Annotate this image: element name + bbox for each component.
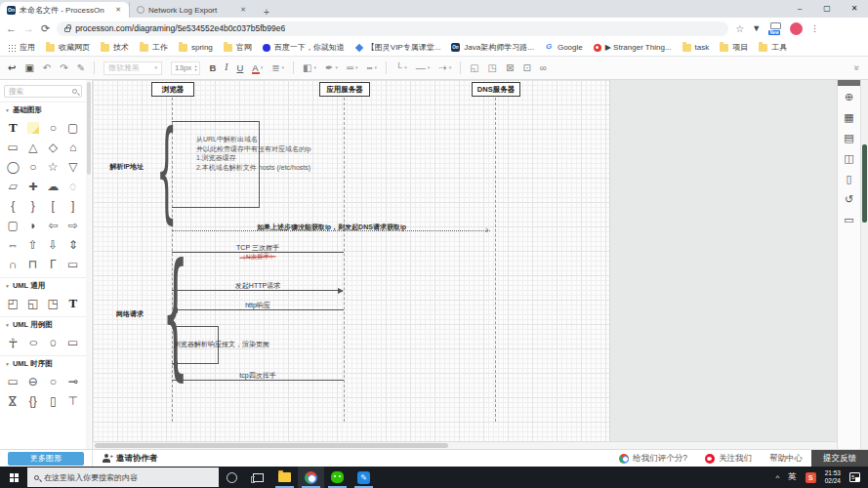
language-indicator[interactable]: 英	[788, 471, 797, 483]
bookmark-item[interactable]: 技术	[101, 42, 129, 53]
object-shape[interactable]: ▭	[3, 372, 23, 391]
clock[interactable]: 21:53 02/24	[825, 469, 841, 485]
separator[interactable]	[94, 61, 95, 74]
notification-center-icon[interactable]: 5	[849, 472, 860, 482]
bookmark-item[interactable]: Java架构师学习路...	[451, 42, 534, 53]
task-view-button[interactable]	[245, 467, 271, 488]
separator[interactable]	[293, 61, 294, 74]
resolve-note[interactable]: 从URL中解析出域名并以此检查缓存中有没有对应域名的ip1.浏览器缓存2.本机域…	[196, 135, 310, 172]
cross-shape[interactable]: ✚	[23, 177, 44, 196]
bookmark-star-icon[interactable]: ☆	[735, 23, 744, 34]
lifeline-app-server[interactable]	[344, 98, 345, 422]
bookmark-item[interactable]: 工作	[140, 42, 168, 53]
arrow-up-shape[interactable]: ⇧	[23, 235, 44, 255]
connector-type-icon[interactable]: └	[395, 63, 407, 73]
shape-search-input[interactable]: 搜索	[4, 85, 82, 98]
wechat-taskbar-button[interactable]	[324, 467, 351, 488]
minimize-button[interactable]: –	[786, 0, 813, 16]
line-type-icon[interactable]: —	[416, 63, 431, 73]
actor-app-server[interactable]: 应用服务器	[319, 82, 370, 97]
brace-left-shape[interactable]: {	[3, 196, 23, 216]
format-painter-icon[interactable]: ✎	[77, 63, 85, 73]
font-size-input[interactable]: 13px	[171, 61, 200, 75]
new-tab-button[interactable]: +	[260, 7, 273, 18]
page-vertical-scrollbar[interactable]	[860, 80, 868, 449]
invite-collaborator-button[interactable]: + 邀请协作者	[103, 453, 158, 465]
undo-icon[interactable]: ↶	[43, 63, 51, 73]
close-button[interactable]: ✕	[841, 0, 868, 16]
diamond-shape[interactable]: ◇	[43, 138, 63, 157]
locate-icon[interactable]: ⊕	[845, 92, 853, 102]
trapezoid-shape[interactable]: ▱	[3, 177, 23, 196]
bookmark-item[interactable]: ▶ Stranger Thing...	[594, 43, 672, 52]
file-explorer-button[interactable]	[271, 467, 298, 488]
render-label[interactable]: 浏览器解析响应报文，渲染页面	[174, 340, 269, 349]
align-button[interactable]: ≣	[271, 63, 284, 73]
hyperlink-icon[interactable]: ∞	[540, 63, 547, 73]
new-page-icon[interactable]: ▯	[846, 174, 851, 184]
star-shape[interactable]: ☆	[43, 157, 63, 177]
bookmark-item[interactable]: 百度一下，你就知道	[263, 42, 345, 53]
boundary-shape[interactable]: ⊸	[63, 372, 84, 391]
bookmark-item[interactable]: 【图灵VIP专属课堂...	[355, 42, 441, 53]
maximize-button[interactable]: ▢	[813, 0, 841, 16]
history-icon[interactable]: ↺	[845, 194, 853, 205]
constraint-shape[interactable]: {}	[23, 391, 44, 411]
help-center-button[interactable]: 帮助中心	[761, 450, 811, 467]
sticky-note-shape[interactable]	[23, 118, 44, 138]
rate-us-button[interactable]: 给我们评个分?	[610, 450, 696, 467]
text-shape[interactable]: T	[3, 118, 23, 138]
notes-app-button[interactable]: ✎	[351, 467, 377, 488]
bookmark-item[interactable]: task	[682, 43, 710, 52]
lock-icon[interactable]: ⊠	[506, 63, 514, 73]
actor-dns-server[interactable]: DNS服务器	[472, 82, 520, 97]
dns-request-label[interactable]: 如果上述步骤没能获取ip，则发起DNS请求获取ip	[172, 223, 491, 232]
heptagon-shape[interactable]: ◯	[3, 157, 23, 177]
cortana-button[interactable]	[219, 467, 245, 488]
comment-icon[interactable]: ▭	[844, 215, 853, 225]
extension-icon[interactable]: ▼	[752, 23, 761, 33]
folder-shape[interactable]: ◱	[23, 294, 44, 313]
actor-browser[interactable]: 浏览器	[151, 82, 194, 97]
diagram-canvas[interactable]: 浏览器 应用服务器 DNS服务器 { 解析IP地址 从URL中解析出域名并以此检…	[93, 80, 837, 449]
italic-button[interactable]: I	[225, 63, 227, 73]
arrow-double-h-shape[interactable]: ⇔	[3, 235, 23, 255]
clipboard-icon[interactable]: ▤	[844, 133, 853, 143]
bookmark-item[interactable]: Google	[545, 43, 583, 52]
underline-button[interactable]: U	[236, 63, 243, 73]
lifeline-shape[interactable]: ⊖	[23, 372, 44, 391]
feedback-button[interactable]: 提交反馈	[811, 450, 868, 467]
reload-icon[interactable]: ⟳	[41, 22, 50, 35]
font-color-button[interactable]: A	[252, 63, 263, 73]
back-icon[interactable]: ↩	[8, 63, 16, 73]
entity-shape[interactable]: ○	[43, 372, 63, 391]
inverted-triangle-shape[interactable]: ▽	[63, 157, 84, 177]
more-shapes-button[interactable]: 更多图形	[8, 452, 84, 466]
rounded-rect2-shape[interactable]: ▢	[3, 216, 23, 235]
tab-network-log[interactable]: Network Log Export ✕	[129, 2, 254, 18]
bookmark-item[interactable]: 工具	[759, 42, 787, 53]
section-uml-sequence[interactable]: ▼ UML 时序图	[0, 355, 86, 371]
octagon-shape[interactable]: ○	[23, 157, 44, 177]
separator[interactable]	[386, 61, 387, 74]
arrow-right-shape[interactable]: ⇨	[63, 216, 84, 235]
url-box[interactable]: processon.com/diagraming/5e534552e4b0c03…	[57, 21, 728, 36]
circle-shape[interactable]: ○	[43, 118, 63, 138]
rect-shape[interactable]: ▭	[63, 333, 84, 352]
tray-expand-icon[interactable]: ^	[775, 473, 779, 482]
label-resolve-ip[interactable]: 解析IP地址	[95, 162, 144, 172]
activation-shape[interactable]: ▯	[43, 391, 63, 411]
line-width-icon[interactable]: ═	[347, 63, 358, 73]
unlock-icon[interactable]: ⊡	[522, 63, 530, 73]
scrollbar-thumb[interactable]	[862, 144, 867, 223]
fill-color-icon[interactable]: ◧	[303, 63, 316, 73]
shape-panel-icon[interactable]: ▣	[24, 63, 33, 73]
bookmark-item[interactable]: 项目	[720, 42, 748, 53]
tab-processon[interactable]: On 未命名文件 - ProcessOn ✕	[0, 2, 129, 18]
arrow-double-v-shape[interactable]: ⇕	[63, 235, 84, 255]
package-shape[interactable]: ◰	[3, 294, 23, 313]
line-dash-icon[interactable]: ┅	[367, 63, 378, 73]
bookmark-item[interactable]: 应用	[8, 42, 35, 53]
bring-front-icon[interactable]: ◱	[470, 63, 478, 73]
chrome-taskbar-button[interactable]	[298, 467, 324, 488]
